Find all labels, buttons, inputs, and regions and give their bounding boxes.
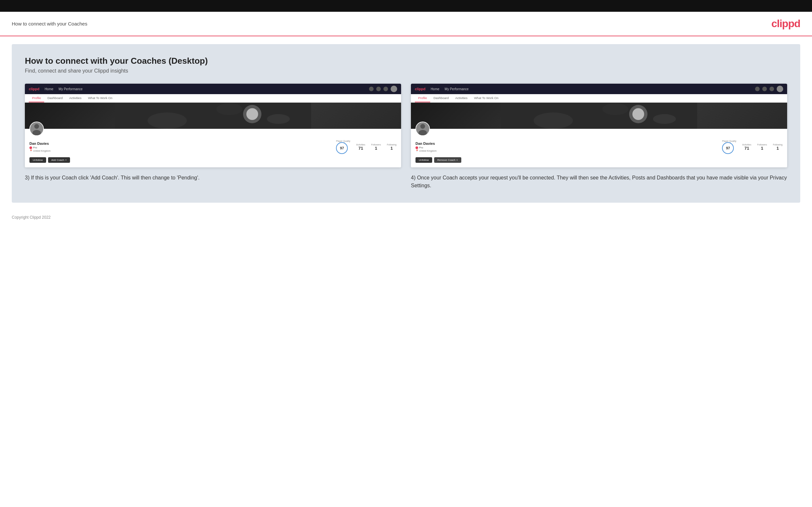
svg-point-14 bbox=[632, 108, 644, 120]
mock-nav-home-right[interactable]: Home bbox=[430, 87, 439, 91]
quality-label-left: Player Quality bbox=[336, 140, 350, 142]
add-coach-label-left: Add Coach bbox=[51, 159, 64, 162]
tab-activities-right[interactable]: Activities bbox=[452, 94, 470, 102]
following-label-left: Following bbox=[387, 144, 397, 146]
quality-circle-right: 97 bbox=[722, 142, 734, 154]
search-icon-right[interactable] bbox=[755, 87, 760, 91]
followers-label-right: Followers bbox=[757, 144, 767, 146]
search-icon-left[interactable] bbox=[369, 87, 373, 91]
pro-label-right: Pro bbox=[419, 146, 423, 149]
mock-tabs-right: Profile Dashboard Activities What To Wor… bbox=[411, 94, 787, 103]
quality-circle-left: 97 bbox=[336, 142, 348, 154]
quality-label-right: Player Quality bbox=[722, 140, 737, 142]
main-content: How to connect with your Coaches (Deskto… bbox=[12, 44, 800, 203]
mock-nav-icons-left bbox=[369, 86, 397, 92]
page-title: How to connect with your Coaches bbox=[12, 21, 87, 26]
mock-nav-icons-right bbox=[755, 86, 783, 92]
followers-label-left: Followers bbox=[371, 144, 381, 146]
mock-location-left: 📍 United Kingdom bbox=[30, 150, 59, 152]
columns: clippd Home My Performance Profile Dashb… bbox=[25, 84, 787, 189]
avatar-right bbox=[415, 122, 430, 136]
stat-activities-left: Activities 71 bbox=[356, 144, 365, 151]
followers-value-right: 1 bbox=[757, 146, 767, 151]
mock-profile-left-right: Dan Davies Pro 📍 United Kingdom bbox=[415, 142, 445, 152]
mock-buttons-right: Unfollow Remove Coach × bbox=[415, 157, 782, 163]
main-subheading: Find, connect and share your Clippd insi… bbox=[25, 68, 787, 74]
screenshot-right: clippd Home My Performance Profile Dashb… bbox=[411, 84, 787, 167]
settings-icon-left[interactable] bbox=[384, 87, 388, 91]
mock-logo-left: clippd bbox=[29, 87, 39, 91]
main-heading: How to connect with your Coaches (Deskto… bbox=[25, 56, 787, 66]
description-right: 4) Once your Coach accepts your request … bbox=[411, 174, 787, 189]
mock-location-right: 📍 United Kingdom bbox=[415, 150, 445, 152]
mock-nav-performance-right[interactable]: My Performance bbox=[445, 87, 468, 91]
mock-stats-left: Player Quality 97 Activities 71 Follower bbox=[65, 140, 397, 154]
mock-nav-performance-left[interactable]: My Performance bbox=[59, 87, 83, 91]
activities-label-right: Activities bbox=[742, 144, 752, 146]
svg-point-11 bbox=[534, 112, 573, 129]
avatar-left bbox=[30, 122, 44, 136]
add-coach-button-left[interactable]: Add Coach + bbox=[48, 157, 70, 163]
mock-name-left: Dan Davies bbox=[30, 142, 59, 146]
mock-nav-home-left[interactable]: Home bbox=[45, 87, 53, 91]
remove-coach-button[interactable]: Remove Coach × bbox=[434, 157, 461, 163]
remove-coach-label: Remove Coach bbox=[438, 159, 455, 162]
mock-pro-badge-left: Pro bbox=[30, 146, 59, 149]
svg-point-4 bbox=[267, 114, 290, 124]
mock-profile-body-left: Dan Davies Pro 📍 United Kingdom bbox=[25, 129, 401, 167]
tab-activities-left[interactable]: Activities bbox=[66, 94, 85, 102]
activities-value-left: 71 bbox=[356, 146, 365, 151]
svg-point-5 bbox=[246, 108, 258, 120]
pro-dot-left bbox=[30, 147, 32, 149]
stat-activities-right: Activities 71 bbox=[742, 144, 752, 151]
right-column: clippd Home My Performance Profile Dashb… bbox=[411, 84, 787, 189]
mock-hero-bg-right bbox=[411, 103, 787, 129]
stat-followers-left: Followers 1 bbox=[371, 144, 381, 151]
mock-hero-right bbox=[411, 103, 787, 129]
activities-label-left: Activities bbox=[356, 144, 365, 146]
tab-what-to-work-on-left[interactable]: What To Work On bbox=[85, 94, 116, 102]
description-left: 3) If this is your Coach click 'Add Coac… bbox=[25, 174, 401, 182]
add-icon-left: + bbox=[65, 159, 67, 162]
tab-profile-left[interactable]: Profile bbox=[29, 94, 44, 102]
following-value-right: 1 bbox=[773, 146, 782, 151]
mock-pro-badge-right: Pro bbox=[415, 146, 445, 149]
copyright: Copyright Clippd 2022 bbox=[12, 215, 51, 220]
unfollow-button-right[interactable]: Unfollow bbox=[415, 157, 432, 163]
mock-nav-left: clippd Home My Performance bbox=[25, 84, 401, 94]
mock-logo-right: clippd bbox=[415, 87, 425, 91]
top-bar bbox=[0, 0, 812, 12]
stat-following-right: Following 1 bbox=[773, 144, 782, 151]
pro-label-left: Pro bbox=[33, 146, 37, 149]
mock-profile-left: Dan Davies Pro 📍 United Kingdom bbox=[30, 142, 59, 152]
avatar-icon-left[interactable] bbox=[391, 86, 397, 92]
mock-stats-right: Player Quality 97 Activities 71 Follower bbox=[452, 140, 782, 154]
tab-what-to-work-on-right[interactable]: What To Work On bbox=[471, 94, 502, 102]
mock-profile-body-right: Dan Davies Pro 📍 United Kingdom bbox=[411, 129, 787, 167]
pro-dot-right bbox=[415, 147, 418, 149]
mock-name-right: Dan Davies bbox=[415, 142, 445, 146]
tab-dashboard-right[interactable]: Dashboard bbox=[430, 94, 452, 102]
svg-point-16 bbox=[420, 124, 425, 129]
tab-profile-right[interactable]: Profile bbox=[415, 94, 430, 102]
footer: Copyright Clippd 2022 bbox=[0, 211, 812, 224]
mock-profile-info-left: Dan Davies Pro 📍 United Kingdom bbox=[30, 140, 397, 154]
settings-icon-right[interactable] bbox=[769, 87, 774, 91]
mock-profile-info-right: Dan Davies Pro 📍 United Kingdom bbox=[415, 140, 782, 154]
remove-icon: × bbox=[456, 159, 458, 162]
followers-value-left: 1 bbox=[371, 146, 381, 151]
following-label-right: Following bbox=[773, 144, 782, 146]
avatar-icon-right[interactable] bbox=[777, 86, 783, 92]
tab-dashboard-left[interactable]: Dashboard bbox=[44, 94, 66, 102]
activities-value-right: 71 bbox=[742, 146, 752, 151]
svg-point-13 bbox=[653, 114, 676, 124]
stat-quality-right: Player Quality 97 bbox=[722, 140, 737, 154]
mock-buttons-left: Unfollow Add Coach + bbox=[30, 157, 397, 163]
user-icon-right[interactable] bbox=[762, 87, 767, 91]
svg-point-12 bbox=[602, 103, 628, 115]
mock-tabs-left: Profile Dashboard Activities What To Wor… bbox=[25, 94, 401, 103]
user-icon-left[interactable] bbox=[376, 87, 381, 91]
stat-quality-left: Player Quality 97 bbox=[336, 140, 350, 154]
svg-point-2 bbox=[148, 112, 187, 129]
unfollow-button-left[interactable]: Unfollow bbox=[30, 157, 46, 163]
